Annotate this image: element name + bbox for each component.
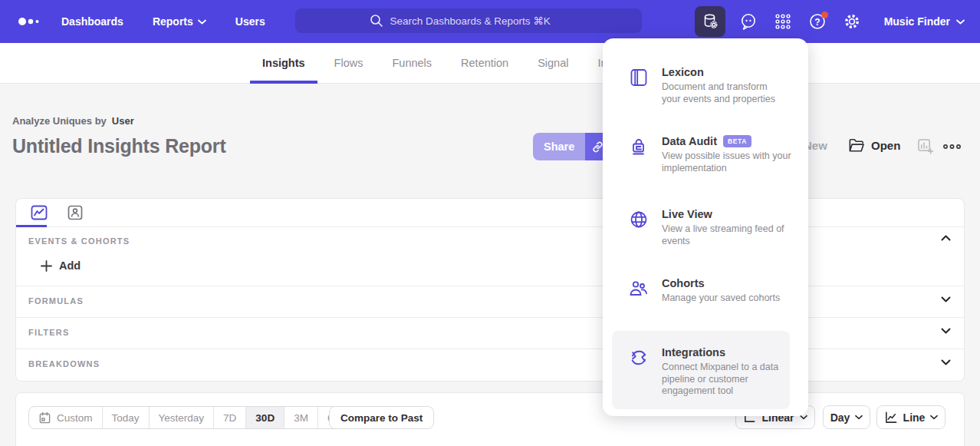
plus-icon xyxy=(41,260,52,272)
tab-funnels[interactable]: Funnels xyxy=(380,43,444,83)
tab-retention[interactable]: Retention xyxy=(449,43,521,83)
menu-item-description: Document and transform your events and p… xyxy=(662,81,794,105)
notification-dot xyxy=(821,12,828,18)
interval-label: Day xyxy=(830,411,850,424)
share-button[interactable]: Share xyxy=(533,133,585,160)
date-range-7d[interactable]: 7D xyxy=(213,407,245,428)
open-label: Open xyxy=(871,139,900,152)
tab-flows[interactable]: Flows xyxy=(322,43,376,83)
compare-to-past-button[interactable]: Compare to Past xyxy=(329,406,434,429)
nav-item-reports[interactable]: Reports xyxy=(153,15,206,28)
date-range-custom[interactable]: Custom xyxy=(29,407,102,428)
date-range-yesterday[interactable]: Yesterday xyxy=(149,407,214,428)
svg-text:?: ? xyxy=(814,17,820,28)
menu-item-description: Connect Mixpanel to a data pipeline or c… xyxy=(662,362,794,398)
report-tabs: Insights Flows Funnels Retention Signal … xyxy=(250,43,623,84)
integrations-sync-icon xyxy=(629,346,649,398)
segment-label: 3M xyxy=(294,412,308,424)
segment-label: Today xyxy=(112,412,140,424)
global-search[interactable] xyxy=(295,8,642,33)
menu-item-title: Cohorts xyxy=(662,277,705,289)
nav-item-dashboards[interactable]: Dashboards xyxy=(61,15,123,28)
project-switcher[interactable]: Music Finder xyxy=(884,15,965,28)
user-icon xyxy=(67,205,83,220)
messages-icon[interactable] xyxy=(737,10,760,33)
section-filters[interactable]: FILTERS xyxy=(16,317,964,349)
menu-item-data-audit[interactable]: Data Audit BETA View possible issues wit… xyxy=(629,135,793,174)
nav-item-label: Dashboards xyxy=(61,15,123,28)
section-formulas[interactable]: FORMULAS xyxy=(16,286,964,317)
menu-item-title: Data Audit xyxy=(662,135,717,147)
topnav-right-icons: ? Music Finder xyxy=(695,6,965,37)
page-title[interactable]: Untitled Insights Report xyxy=(12,135,226,157)
mixpanel-logo-icon[interactable] xyxy=(17,15,44,28)
folder-icon xyxy=(848,137,865,153)
tab-insights[interactable]: Insights xyxy=(250,43,317,83)
menu-item-title: Live View xyxy=(662,208,712,220)
section-label: FILTERS xyxy=(28,328,952,337)
nav-item-users[interactable]: Users xyxy=(235,15,265,28)
top-navigation-bar: Dashboards Reports Users xyxy=(0,0,980,43)
segment-label: 7D xyxy=(223,412,236,424)
subtitle-value[interactable]: User xyxy=(112,115,134,127)
project-name: Music Finder xyxy=(884,15,950,28)
add-to-dashboard-icon[interactable] xyxy=(917,138,933,157)
overflow-menu-icon[interactable] xyxy=(942,140,962,154)
section-events-cohorts[interactable]: EVENTS & COHORTS Add xyxy=(16,227,964,286)
segment-label: 30D xyxy=(255,412,275,424)
report-tabs-bar: Insights Flows Funnels Retention Signal … xyxy=(0,43,980,84)
segment-label: Custom xyxy=(57,412,93,424)
chevron-down-icon xyxy=(930,415,938,420)
tab-signal[interactable]: Signal xyxy=(525,43,580,83)
beta-badge: BETA xyxy=(723,135,751,147)
menu-item-live-view[interactable]: Live View View a live streaming feed of … xyxy=(629,208,793,247)
nav-links: Dashboards Reports Users xyxy=(61,15,265,28)
menu-item-description: Manage your saved cohorts xyxy=(662,292,794,305)
insights-chart-icon xyxy=(31,205,48,220)
events-view-tab[interactable] xyxy=(26,202,52,223)
menu-item-cohorts[interactable]: Cohorts Manage your saved cohorts xyxy=(629,277,793,305)
open-report-button[interactable]: Open xyxy=(848,137,900,153)
chevron-down-icon xyxy=(941,296,951,302)
menu-item-integrations[interactable]: Integrations Connect Mixpanel to a data … xyxy=(629,346,793,398)
data-audit-lock-icon xyxy=(629,135,649,174)
nav-item-label: Reports xyxy=(153,15,193,28)
lexicon-book-icon xyxy=(629,66,649,105)
query-builder-tabs xyxy=(16,199,964,227)
cohorts-people-icon xyxy=(629,277,649,305)
nav-item-label: Users xyxy=(235,15,265,28)
line-chart-icon xyxy=(884,411,898,425)
data-management-dropdown: Lexicon Document and transform your even… xyxy=(603,38,808,416)
search-input[interactable] xyxy=(390,15,568,27)
menu-item-title: Lexicon xyxy=(662,66,704,78)
menu-item-lexicon[interactable]: Lexicon Document and transform your even… xyxy=(629,66,793,105)
apps-grid-icon[interactable] xyxy=(771,10,794,33)
chart-controls-panel: Custom Today Yesterday 7D 30D 3M 6M 12M … xyxy=(15,392,965,446)
chart-type-dropdown[interactable]: Line xyxy=(876,405,945,429)
segment-label: Yesterday xyxy=(159,412,205,424)
share-split-button: Share xyxy=(533,133,610,160)
menu-item-description: View possible issues with your implement… xyxy=(662,150,794,174)
help-icon[interactable]: ? xyxy=(806,10,829,33)
subtitle-prefix: Analyze Uniques by xyxy=(12,115,107,127)
chevron-down-icon xyxy=(941,328,951,334)
menu-item-title: Integrations xyxy=(662,346,725,358)
section-label: EVENTS & COHORTS xyxy=(28,236,952,246)
chevron-down-icon xyxy=(198,19,206,25)
date-range-today[interactable]: Today xyxy=(102,407,149,428)
chevron-up-icon xyxy=(941,235,951,241)
add-event-button[interactable]: Add xyxy=(41,259,81,272)
chart-type-label: Line xyxy=(903,411,926,424)
date-range-3m[interactable]: 3M xyxy=(284,407,317,428)
section-label: FORMULAS xyxy=(28,296,952,306)
live-view-globe-icon xyxy=(629,208,649,247)
settings-gear-icon[interactable] xyxy=(840,10,863,33)
chevron-down-icon xyxy=(941,359,951,365)
users-view-tab[interactable] xyxy=(62,202,88,223)
interval-dropdown[interactable]: Day xyxy=(823,405,870,429)
query-builder-panel: EVENTS & COHORTS Add FORMULAS FILTERS BR… xyxy=(15,198,965,382)
section-label: BREAKDOWNS xyxy=(28,359,952,368)
date-range-30d[interactable]: 30D xyxy=(245,407,284,428)
section-breakdowns[interactable]: BREAKDOWNS xyxy=(16,349,964,380)
data-management-icon[interactable] xyxy=(695,6,725,37)
